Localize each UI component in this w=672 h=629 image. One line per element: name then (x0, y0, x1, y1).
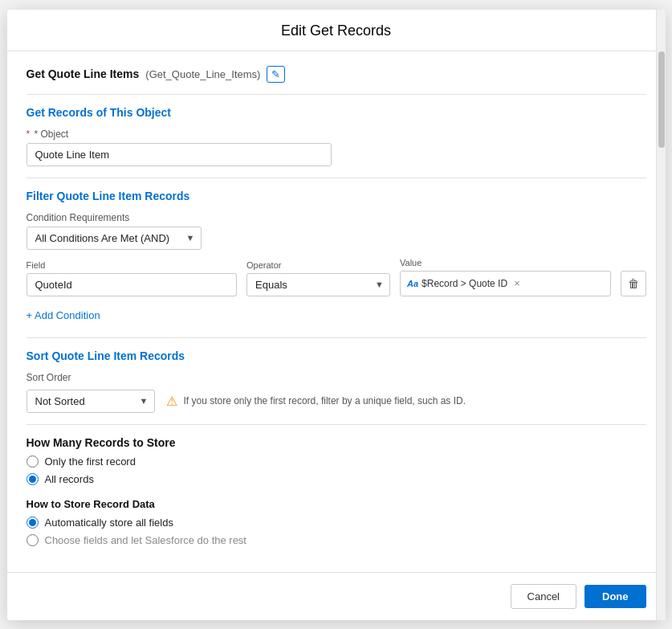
condition-field-wrap: Field (26, 260, 238, 296)
add-condition-button[interactable]: + Add Condition (26, 304, 100, 326)
condition-value-wrap: Value Aa $Record > Quote ID × (400, 258, 611, 296)
filter-section: Filter Quote Line Item Records Condition… (26, 190, 646, 326)
divider-2 (26, 178, 646, 178)
sort-title: Sort Quote Line Item Records (26, 349, 646, 362)
object-input-wrap (26, 143, 332, 166)
radio-choose-fields-label: Choose fields and let Salesforce do the … (45, 534, 246, 546)
radio-choose-fields-input[interactable] (26, 534, 39, 546)
radio-first-input[interactable] (26, 455, 39, 468)
modal-footer: Cancel Done (7, 572, 666, 620)
modal-title: Edit Get Records (7, 10, 666, 51)
value-label: Value (400, 258, 611, 268)
value-type-icon: Aa (407, 279, 418, 288)
record-header: Get Quote Line Items (Get_Quote_Line_Ite… (26, 66, 646, 83)
edit-label-button[interactable]: ✎ (267, 66, 285, 83)
record-api-name: (Get_Quote_Line_Items) (145, 68, 260, 80)
warning-icon: ⚠ (166, 394, 177, 409)
radio-auto-store-input[interactable] (26, 517, 39, 529)
get-records-title: Get Records of This Object (26, 106, 646, 119)
object-field-label: * * Object (26, 129, 646, 140)
radio-first-record[interactable]: Only the first record (26, 455, 646, 468)
condition-operator-wrap: Operator Equals Not Equal To Contains St… (246, 260, 390, 296)
scrollbar[interactable] (656, 10, 666, 620)
radio-all-label: All records (45, 473, 94, 485)
radio-auto-store-label: Automatically store all fields (45, 517, 173, 529)
value-pill: Aa $Record > Quote ID × (407, 277, 520, 289)
field-input[interactable] (26, 273, 238, 296)
field-label: Field (26, 260, 238, 270)
radio-all-input[interactable] (26, 473, 39, 485)
delete-condition-button[interactable]: 🗑 (621, 271, 646, 296)
cancel-button[interactable]: Cancel (511, 584, 576, 609)
sort-select[interactable]: Not Sorted Ascending Descending (26, 390, 155, 413)
condition-req-select-wrap: All Conditions Are Met (AND) Any Conditi… (26, 227, 202, 250)
records-radio-group: Only the first record All records (26, 455, 646, 485)
divider-4 (26, 424, 646, 425)
radio-first-label: Only the first record (45, 455, 136, 468)
divider-1 (26, 94, 646, 95)
sort-select-wrap: Not Sorted Ascending Descending ▼ (26, 390, 155, 413)
condition-req-select[interactable]: All Conditions Are Met (AND) Any Conditi… (26, 227, 202, 250)
warning-text: If you store only the first record, filt… (184, 395, 466, 406)
get-records-section: Get Records of This Object * * Object (26, 106, 646, 166)
sort-section: Sort Quote Line Item Records Sort Order … (26, 349, 646, 413)
how-many-title: How Many Records to Store (26, 436, 646, 449)
done-button[interactable]: Done (584, 585, 646, 608)
value-box[interactable]: Aa $Record > Quote ID × (400, 271, 611, 296)
edit-pencil-icon: ✎ (271, 68, 280, 80)
sort-row: Not Sorted Ascending Descending ▼ ⚠ If y… (26, 390, 646, 413)
store-data-section: How to Store Record Data Automatically s… (26, 498, 646, 546)
condition-row: Field Operator Equals Not Equal To Conta… (26, 258, 646, 296)
radio-all-records[interactable]: All records (26, 473, 646, 485)
scrollbar-thumb (658, 51, 665, 148)
condition-req-label: Condition Requirements (26, 212, 646, 223)
trash-icon: 🗑 (628, 277, 639, 290)
radio-choose-fields[interactable]: Choose fields and let Salesforce do the … (26, 534, 646, 546)
how-many-section: How Many Records to Store Only the first… (26, 436, 646, 485)
radio-auto-store[interactable]: Automatically store all fields (26, 517, 646, 529)
operator-select-wrap: Equals Not Equal To Contains Starts With… (246, 273, 390, 296)
warning-row: ⚠ If you store only the first record, fi… (166, 394, 466, 409)
filter-title: Filter Quote Line Item Records (26, 190, 646, 202)
value-text: $Record > Quote ID (422, 278, 507, 289)
condition-req-wrap: All Conditions Are Met (AND) Any Conditi… (26, 227, 219, 250)
modal-body: Get Quote Line Items (Get_Quote_Line_Ite… (7, 51, 666, 572)
required-star: * (26, 129, 31, 140)
store-data-title: How to Store Record Data (26, 498, 646, 510)
value-remove-icon[interactable]: × (514, 277, 520, 289)
object-input[interactable] (26, 143, 332, 166)
sort-order-label: Sort Order (26, 372, 646, 383)
record-label: Get Quote Line Items (26, 67, 140, 80)
operator-label: Operator (246, 260, 390, 270)
edit-get-records-modal: Edit Get Records Get Quote Line Items (G… (7, 10, 666, 620)
divider-3 (26, 337, 646, 338)
operator-select[interactable]: Equals Not Equal To Contains Starts With (246, 273, 390, 296)
